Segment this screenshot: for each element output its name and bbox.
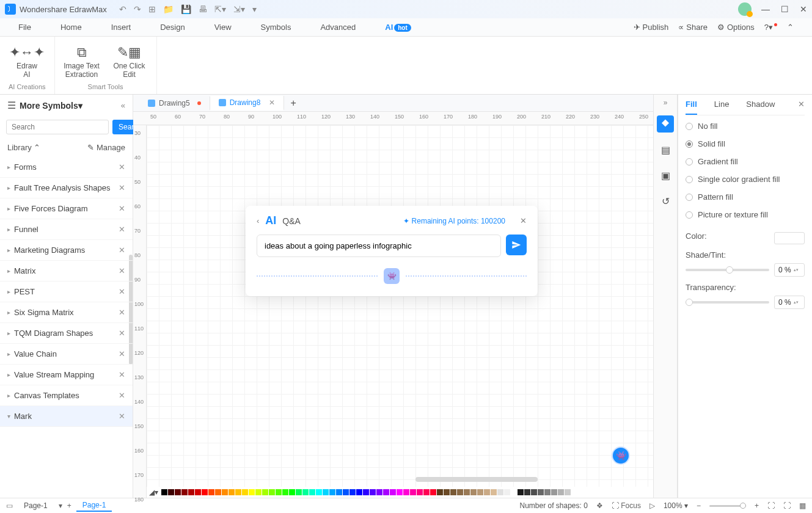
tab-line[interactable]: Line	[714, 100, 730, 109]
edraw-ai-button[interactable]: ✦↔✦ Edraw AI	[9, 45, 45, 79]
color-swatch[interactable]	[269, 489, 275, 495]
history-tool-icon[interactable]: ↺	[657, 192, 674, 209]
color-swatch[interactable]	[397, 489, 403, 495]
color-swatch[interactable]	[181, 489, 188, 495]
zoom-slider[interactable]	[709, 505, 746, 507]
menu-home[interactable]: Home	[60, 23, 82, 32]
close-icon[interactable]: ✕	[119, 329, 125, 338]
color-swatch[interactable]	[558, 489, 564, 495]
fit-page-icon[interactable]: ⛶	[767, 501, 775, 510]
color-swatch[interactable]	[349, 489, 356, 495]
color-swatch[interactable]	[316, 489, 322, 495]
fill-radio-option[interactable]: Picture or texture fill	[686, 210, 805, 219]
color-swatch[interactable]	[282, 489, 288, 495]
color-swatch[interactable]	[390, 489, 396, 495]
color-swatch[interactable]	[336, 489, 342, 495]
color-swatch[interactable]	[524, 489, 530, 495]
color-swatch[interactable]	[323, 489, 329, 495]
new-icon[interactable]: ⊞	[148, 4, 156, 14]
color-swatch[interactable]	[343, 489, 349, 495]
library-item[interactable]: ▸Fault Tree Analysis Shapes✕	[0, 178, 133, 198]
transparency-slider[interactable]	[686, 301, 769, 304]
library-item[interactable]: ▸Six Sigma Matrix✕	[0, 302, 133, 323]
tab-fill[interactable]: Fill	[686, 100, 697, 115]
fill-tool-icon[interactable]	[657, 115, 674, 133]
menu-design[interactable]: Design	[160, 23, 185, 32]
close-icon[interactable]: ✕	[119, 162, 125, 172]
user-avatar[interactable]	[738, 2, 752, 16]
library-label[interactable]: Library ⌃	[7, 143, 40, 152]
send-button[interactable]	[506, 235, 527, 255]
zoom-out-icon[interactable]: −	[697, 501, 701, 510]
minimize-button[interactable]: —	[761, 4, 770, 14]
color-swatch[interactable]	[538, 489, 544, 495]
page-tab-1-active[interactable]: Page-1	[76, 500, 112, 512]
add-page-icon[interactable]: +	[67, 501, 71, 510]
document-tab[interactable]: Drawing8✕	[210, 96, 285, 111]
color-swatch[interactable]	[565, 489, 571, 495]
menu-view[interactable]: View	[214, 23, 232, 32]
symbols-search-input[interactable]	[6, 120, 109, 134]
shade-value[interactable]: 0 %▴▾	[774, 263, 805, 277]
back-icon[interactable]: ‹	[257, 216, 259, 225]
fullscreen-icon[interactable]: ⛶	[783, 501, 791, 510]
color-swatch[interactable]	[444, 489, 450, 495]
library-item[interactable]: ▾Mark✕	[0, 406, 133, 427]
zoom-level[interactable]: 100% ▾	[664, 501, 688, 510]
color-swatch[interactable]	[544, 489, 550, 495]
color-swatch[interactable]	[774, 232, 805, 244]
page-tab-1[interactable]: Page-1	[18, 500, 54, 511]
library-item[interactable]: ▸Forms✕	[0, 157, 133, 178]
menu-advanced[interactable]: Advanced	[320, 23, 356, 32]
close-icon[interactable]: ✕	[119, 391, 125, 400]
ai-assistant-bubble[interactable]: 👾	[612, 446, 630, 465]
close-icon[interactable]: ✕	[119, 246, 125, 255]
library-item[interactable]: ▸Value Stream Mapping✕	[0, 365, 133, 385]
color-swatch[interactable]	[437, 489, 443, 495]
tab-shadow[interactable]: Shadow	[746, 100, 775, 109]
library-item[interactable]: ▸Marketing Diagrams✕	[0, 240, 133, 261]
menu-insert[interactable]: Insert	[111, 23, 131, 32]
color-swatch[interactable]	[497, 489, 503, 495]
color-swatch[interactable]	[215, 489, 221, 495]
close-icon[interactable]: ✕	[119, 266, 125, 275]
help-button[interactable]: ?▾	[764, 23, 777, 32]
close-panel-icon[interactable]: ✕	[798, 100, 805, 109]
maximize-button[interactable]: ☐	[781, 4, 789, 14]
menu-file[interactable]: File	[18, 23, 31, 32]
manage-button[interactable]: ✎ Manage	[87, 143, 125, 152]
color-swatch[interactable]	[235, 489, 241, 495]
close-icon[interactable]: ✕	[119, 308, 125, 317]
color-swatch[interactable]	[370, 489, 376, 495]
fill-radio-option[interactable]: Solid fill	[686, 139, 805, 148]
color-swatch[interactable]	[195, 489, 201, 495]
library-item[interactable]: ▸Matrix✕	[0, 261, 133, 282]
save-icon[interactable]: 💾	[181, 4, 191, 14]
color-swatch[interactable]	[296, 489, 302, 495]
layers-icon[interactable]: ❖	[596, 501, 603, 510]
undo-icon[interactable]: ↶	[119, 4, 126, 14]
export-icon[interactable]: ⇱▾	[214, 4, 226, 14]
library-item[interactable]: ▸Funnel✕	[0, 219, 133, 240]
library-item[interactable]: ▸PEST✕	[0, 282, 133, 302]
color-swatch[interactable]	[477, 489, 483, 495]
color-swatch[interactable]	[262, 489, 268, 495]
toolbar-expand-icon[interactable]: »	[664, 98, 668, 107]
library-item[interactable]: ▸Canvas Templates✕	[0, 385, 133, 406]
collapse-ribbon-icon[interactable]: ⌃	[787, 23, 794, 32]
color-swatch[interactable]	[161, 489, 167, 495]
color-swatch[interactable]	[276, 489, 282, 495]
close-dialog-icon[interactable]: ✕	[520, 216, 527, 225]
color-swatch[interactable]	[255, 489, 262, 495]
color-swatch[interactable]	[470, 489, 477, 495]
more-actions-icon[interactable]: ▾	[252, 4, 257, 14]
redo-icon[interactable]: ↷	[134, 4, 141, 14]
image-text-extraction-button[interactable]: ⧉ Image Text Extraction	[64, 45, 100, 79]
color-swatch[interactable]	[491, 489, 497, 495]
color-swatch[interactable]	[504, 489, 510, 495]
fill-radio-option[interactable]: Single color gradient fill	[686, 175, 805, 184]
color-swatch[interactable]	[484, 489, 490, 495]
horizontal-scrollbar[interactable]	[415, 477, 538, 482]
color-swatch[interactable]	[289, 489, 295, 495]
close-icon[interactable]: ✕	[119, 349, 125, 358]
